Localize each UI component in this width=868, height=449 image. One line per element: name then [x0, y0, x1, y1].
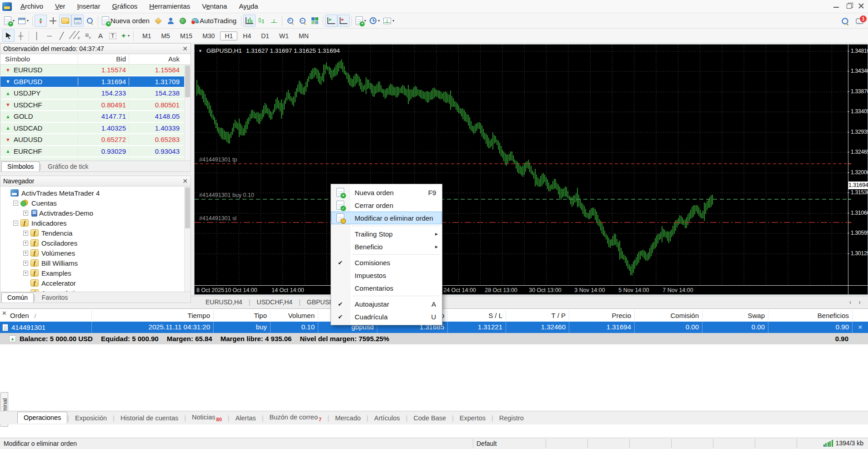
strategy-tester-toggle[interactable] [84, 15, 96, 27]
menu-ayuda[interactable]: Ayuda [233, 0, 264, 13]
price-chart[interactable] [195, 45, 848, 285]
terminal-tab-operaciones[interactable]: Operaciones [17, 412, 67, 424]
terminal-column-s-l[interactable]: S / L [448, 310, 506, 321]
nav-item-activtrades-metatrader-4[interactable]: ActivTrades MetaTrader 4 [0, 188, 191, 198]
terminal-tab-exposicio-n[interactable]: Exposición [69, 413, 113, 424]
tree-expander[interactable]: + [23, 241, 28, 246]
minimize-button[interactable] [832, 2, 841, 10]
symbol-row-gbpusd[interactable]: ▼GBPUSD1.316941.31709 [0, 76, 191, 88]
app-icon[interactable] [2, 2, 12, 11]
tab-gra-fico-de-tick[interactable]: Gráfico de tick [42, 162, 94, 172]
timeframe-w1[interactable]: W1 [275, 31, 293, 40]
terminal-tab-registro[interactable]: Registro [493, 413, 530, 424]
nav-item-osciladores[interactable]: +Osciladores [0, 238, 191, 248]
terminal-column-volumen[interactable]: Volumen [271, 310, 318, 321]
data-window-toggle[interactable] [47, 15, 59, 27]
market-watch-scrollbar[interactable] [184, 65, 191, 161]
new-order-dropdown[interactable]: +▾ [354, 15, 368, 27]
menu-insertar[interactable]: Insertar [71, 0, 106, 13]
text-button[interactable]: A [94, 30, 106, 42]
timeframe-mn[interactable]: MN [294, 31, 313, 40]
context-item-cuadri-cula[interactable]: ✔CuadrículaU [331, 310, 442, 323]
symbol-row-usdcad[interactable]: ▲USDCAD1.403251.40339 [0, 123, 191, 135]
column-header-simbolo[interactable]: Símbolo [0, 54, 78, 64]
terminal-column-t-p[interactable]: T / P [506, 310, 569, 321]
menu-ver[interactable]: Ver [49, 0, 71, 13]
metaeditor-button[interactable] [152, 15, 165, 27]
time-axis[interactable]: 8 Oct 202510 Oct 14:0014 Oct 14:0024 Oct… [195, 286, 848, 295]
search-icon[interactable] [841, 17, 849, 25]
autotrading-button[interactable]: AutoTrading [189, 15, 239, 27]
candle-chart-button[interactable] [256, 15, 268, 27]
context-item-trailing-stop[interactable]: Trailing Stop▸ [331, 227, 442, 240]
nav-item-indicadores[interactable]: −Indicadores [0, 218, 191, 228]
restore-button[interactable] [844, 2, 853, 10]
market-watch-toggle[interactable]: ▲▼ [35, 15, 47, 27]
timeframe-m30[interactable]: M30 [198, 31, 219, 40]
price-scale[interactable]: 1.348101.343401.338701.334051.329351.324… [848, 45, 868, 294]
menu-ventana[interactable]: Ventana [196, 0, 233, 13]
tree-expander[interactable]: − [13, 221, 18, 226]
context-item-autoajustar[interactable]: ✔AutoajustarA [331, 298, 442, 310]
close-button[interactable] [857, 2, 866, 10]
chart-tab-usdchf-h4[interactable]: USDCHF,H4 [251, 298, 299, 306]
menu-graficos[interactable]: Gráficos [106, 0, 143, 13]
tree-expander[interactable]: + [23, 211, 28, 216]
terminal-column-tiempo[interactable]: Tiempo [92, 310, 214, 321]
timeframe-m15[interactable]: M15 [176, 31, 197, 40]
symbol-row-eurusd[interactable]: ▼EURUSD1.155741.15584 [0, 65, 191, 76]
nav-item-tendencia[interactable]: +Tendencia [0, 228, 191, 238]
terminal-tab-historial-de-cuentas[interactable]: Historial de cuentas [115, 413, 184, 424]
tab-comu-n[interactable]: Común [1, 293, 34, 303]
profiles-button[interactable]: ▾ [16, 15, 30, 27]
trendline-button[interactable]: ╱ [55, 30, 68, 42]
symbol-row-usdjpy[interactable]: ▲USDJPY154.233154.238 [0, 88, 191, 100]
new-chart-button[interactable]: +▾ [2, 15, 16, 27]
nav-item-accelerator[interactable]: Accelerator [0, 278, 191, 288]
template-dropdown[interactable]: ▾ [381, 15, 396, 27]
chat-icon[interactable]: 1 [856, 18, 863, 24]
terminal-tab-code-base[interactable]: Code Base [407, 413, 452, 424]
chart-tab-scroll-arrows[interactable]: ‹ › [849, 298, 868, 306]
terminal-tab-alertas[interactable]: Alertas [230, 413, 262, 424]
menu-archivo[interactable]: Archivo [15, 0, 49, 13]
tree-expander[interactable]: + [23, 251, 28, 256]
tree-expander[interactable]: + [23, 271, 28, 276]
tree-expander[interactable]: + [23, 261, 28, 266]
terminal-column-orden[interactable]: Orden/ [0, 310, 92, 321]
timeframe-h1[interactable]: H1 [220, 31, 237, 40]
close-order-icon[interactable]: × [853, 322, 868, 333]
nav-item-activtrades-demo[interactable]: +Activtrades-Demo [0, 208, 191, 218]
terminal-column-swap[interactable]: Swap [702, 310, 768, 321]
bar-chart-button[interactable] [243, 15, 256, 27]
new-order-button[interactable]: +Nueva orden [100, 15, 152, 27]
navigator-toggle[interactable] [59, 15, 71, 27]
community-button[interactable] [165, 15, 177, 27]
terminal-column-beneficios[interactable]: Beneficios [768, 310, 853, 321]
column-header-ask[interactable]: Ask [129, 54, 182, 64]
tab-si-mbolos[interactable]: Símbolos [1, 161, 40, 172]
arrows-button[interactable]: ✦▾ [119, 30, 131, 42]
horizontal-line-button[interactable]: ─ [43, 30, 55, 42]
context-item-beneficio[interactable]: Beneficio▸ [331, 240, 442, 253]
symbol-row-audusd[interactable]: ▼AUDUSD0.652720.65283 [0, 134, 191, 146]
terminal-close-icon[interactable]: ✕ [2, 310, 7, 317]
chart-menu-icon[interactable]: ▼ [198, 49, 202, 53]
terminal-tab-buzo-n-de-correo[interactable]: Buzón de correo7 [264, 412, 328, 424]
terminal-tab-arti-culos[interactable]: Artículos [368, 413, 406, 424]
tile-windows-button[interactable] [309, 15, 321, 27]
context-item-nueva-orden[interactable]: +Nueva ordenF9 [331, 186, 442, 199]
period-dropdown[interactable]: ▾ [368, 15, 381, 27]
timeframe-m1[interactable]: M1 [138, 31, 156, 40]
fibonacci-button[interactable]: ≡F [82, 30, 94, 42]
terminal-column-tipo[interactable]: Tipo [214, 310, 271, 321]
timeframe-h4[interactable]: H4 [238, 31, 256, 40]
chart-window[interactable]: ▼ GBPUSD,H1 1.31627 1.31697 1.31625 1.31… [194, 44, 868, 295]
context-item-cerrar-orden[interactable]: ✓Cerrar orden [331, 199, 442, 212]
chart-tab-eurusd-h4[interactable]: EURUSD,H4 [199, 298, 249, 306]
crosshair-button[interactable]: ┼ [15, 30, 27, 42]
symbol-row-eurchf[interactable]: ▲EURCHF0.930290.93043 [0, 146, 191, 158]
market-news-button[interactable] [177, 15, 189, 27]
cursor-button[interactable] [2, 30, 15, 42]
chart-shift-button[interactable] [337, 15, 350, 27]
